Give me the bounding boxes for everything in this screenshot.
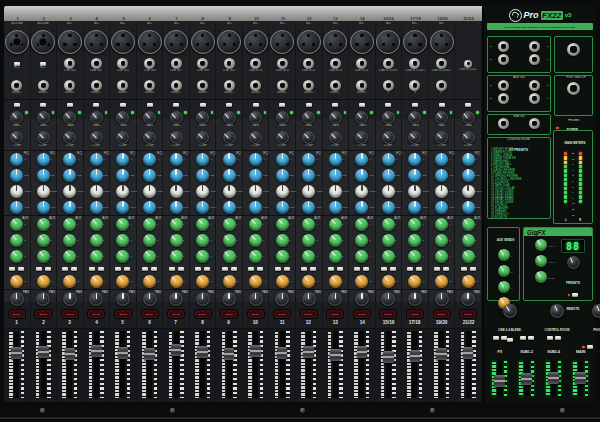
eq-freq-knob[interactable]: FREQ	[329, 185, 342, 198]
aux-3-knob[interactable]: 3	[382, 250, 395, 263]
aux-2-knob[interactable]: 2	[355, 234, 368, 247]
fader-cap[interactable]	[38, 346, 49, 358]
eq-hi-knob[interactable]: HI	[223, 153, 236, 166]
fx-send-knob[interactable]: FX	[63, 275, 76, 288]
eq-mid-knob[interactable]: MID	[196, 169, 209, 182]
eq-freq-knob[interactable]: FREQ	[435, 185, 448, 198]
eq-freq-knob[interactable]: FREQ	[196, 185, 209, 198]
mute-button[interactable]: MUTE	[273, 309, 291, 319]
fader-slot[interactable]	[497, 361, 502, 396]
pan-knob[interactable]	[143, 292, 157, 306]
sub-assign-1-2-button[interactable]	[89, 267, 95, 271]
eq-hi-knob[interactable]: HI	[355, 153, 368, 166]
sub-assign-1-2-button[interactable]	[248, 267, 254, 271]
mute-button[interactable]: MUTE	[61, 309, 79, 319]
aux-3-knob[interactable]: 3	[435, 250, 448, 263]
fader-cap[interactable]	[11, 347, 22, 359]
gain-knob[interactable]	[435, 111, 448, 124]
fader-cap[interactable]	[436, 348, 447, 360]
aux-2-knob[interactable]: 2	[170, 234, 183, 247]
eq-mid-knob[interactable]: MID	[276, 169, 289, 182]
sub-assign-3-4-button[interactable]	[71, 267, 77, 271]
eq-low-knob[interactable]: LOW	[382, 201, 395, 214]
aux-1-knob[interactable]: 1	[223, 218, 236, 231]
sub-assign-1-2-button[interactable]	[9, 267, 15, 271]
eq-mid-knob[interactable]: MID	[302, 169, 315, 182]
aux-2-knob[interactable]: 2	[462, 234, 475, 247]
pan-knob[interactable]	[435, 292, 449, 306]
eq-low-knob[interactable]: LOW	[462, 201, 475, 214]
channel-fader[interactable]	[216, 328, 242, 402]
eq-low-knob[interactable]: LOW	[435, 201, 448, 214]
comp-knob[interactable]	[37, 131, 50, 144]
aux-1-knob[interactable]: 1	[382, 218, 395, 231]
sub-assign-3-4-button[interactable]	[151, 267, 157, 271]
aux-3-knob[interactable]: 3	[116, 250, 129, 263]
low-cut-button[interactable]	[465, 103, 471, 107]
channel-fader[interactable]	[402, 328, 428, 402]
fx-send-knob[interactable]: FX	[10, 275, 23, 288]
aux-1-knob[interactable]: 1	[63, 218, 76, 231]
fader-cap[interactable]	[91, 345, 102, 357]
mute-button[interactable]: MUTE	[167, 309, 185, 319]
eq-hi-knob[interactable]: HI	[435, 153, 448, 166]
fader-cap[interactable]	[171, 344, 182, 356]
sub-assign-3-4-button[interactable]	[124, 267, 130, 271]
aux-1-knob[interactable]: 1	[116, 218, 129, 231]
comp-knob[interactable]	[408, 131, 421, 144]
fader-slot[interactable]	[466, 331, 471, 398]
eq-freq-knob[interactable]: FREQ	[276, 185, 289, 198]
pan-knob[interactable]	[355, 292, 369, 306]
fader-slot[interactable]	[359, 331, 364, 398]
eq-mid-knob[interactable]: MID	[37, 169, 50, 182]
eq-mid-knob[interactable]: MID	[249, 169, 262, 182]
aux-master-1-knob[interactable]: 1	[498, 249, 510, 261]
gain-knob[interactable]	[329, 111, 342, 124]
fx-send-knob[interactable]: FX	[196, 275, 209, 288]
low-cut-button[interactable]	[332, 103, 338, 107]
pan-knob[interactable]	[196, 292, 210, 306]
aux-3-knob[interactable]: 3	[355, 250, 368, 263]
fader-slot[interactable]	[200, 331, 205, 398]
eq-hi-knob[interactable]: HI	[329, 153, 342, 166]
eq-low-knob[interactable]: LOW	[116, 201, 129, 214]
fx-presets-knob[interactable]	[567, 256, 580, 269]
eq-hi-knob[interactable]: HI	[116, 153, 129, 166]
sub-assign-1-2-button[interactable]	[36, 267, 42, 271]
main-assign-button[interactable]	[555, 336, 561, 340]
fader-cap[interactable]	[575, 372, 586, 384]
aux-1-knob[interactable]: 1	[302, 218, 315, 231]
aux-3-knob[interactable]: 3	[63, 250, 76, 263]
eq-low-knob[interactable]: LOW	[302, 201, 315, 214]
aux-3-knob[interactable]: 3	[196, 250, 209, 263]
mute-button[interactable]: MUTE	[194, 309, 212, 319]
low-cut-button[interactable]	[226, 103, 232, 107]
aux-1-knob[interactable]: 1	[355, 218, 368, 231]
remote-switch[interactable]	[572, 293, 578, 297]
gain-knob[interactable]	[382, 111, 395, 124]
sub-assign-1-2-button[interactable]	[195, 267, 201, 271]
gain-knob[interactable]	[408, 111, 421, 124]
channel-fader[interactable]	[137, 328, 163, 402]
aux-2-knob[interactable]: 2	[276, 234, 289, 247]
gain-knob[interactable]	[249, 111, 262, 124]
aux-1-knob[interactable]: 1	[90, 218, 103, 231]
eq-mid-knob[interactable]: MID	[10, 169, 23, 182]
aux-3-knob[interactable]: 3	[143, 250, 156, 263]
eq-mid-knob[interactable]: MID	[143, 169, 156, 182]
sub-assign-3-4-button[interactable]	[416, 267, 422, 271]
eq-hi-knob[interactable]: HI	[382, 153, 395, 166]
comp-knob[interactable]	[223, 131, 236, 144]
sub-assign-1-2-button[interactable]	[407, 267, 413, 271]
master-fader[interactable]	[540, 359, 567, 400]
comp-knob[interactable]	[143, 131, 156, 144]
gain-knob[interactable]	[302, 111, 315, 124]
fader-cap[interactable]	[410, 350, 421, 362]
eq-freq-knob[interactable]: FREQ	[90, 185, 103, 198]
mute-button[interactable]: MUTE	[247, 309, 265, 319]
pan-knob[interactable]	[36, 292, 50, 306]
sub-assign-1-2-button[interactable]	[301, 267, 307, 271]
fader-cap[interactable]	[65, 348, 76, 360]
comp-knob[interactable]	[249, 131, 262, 144]
aux-1-knob[interactable]: 1	[37, 218, 50, 231]
